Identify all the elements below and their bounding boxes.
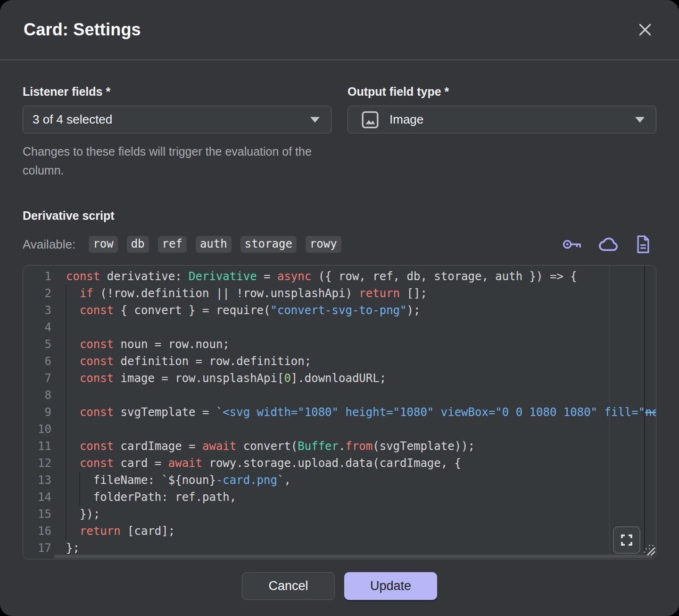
code-line: 10 — [23, 421, 656, 438]
key-icon — [562, 237, 582, 252]
available-chip-rowy: rowy — [306, 236, 341, 253]
code-editor[interactable]: 1const derivative: Derivative = async ({… — [23, 265, 656, 559]
code-line: 2 if (!row.definition || !row.unsplashAp… — [23, 285, 656, 302]
fullscreen-button[interactable] — [613, 526, 640, 554]
line-number: 2 — [23, 285, 51, 302]
line-number: 11 — [23, 438, 51, 455]
line-number: 1 — [23, 268, 51, 285]
line-number: 6 — [23, 353, 51, 370]
secrets-key-button[interactable] — [562, 237, 582, 252]
output-field-type-value: Image — [389, 112, 423, 127]
available-chips: rowdbrefauthstoragerowy — [89, 236, 341, 253]
line-number: 8 — [23, 387, 51, 404]
code-line: 6 const definition = row.definition; — [23, 353, 656, 370]
line-number: 10 — [23, 421, 51, 438]
code-line: 3 const { convert } = require("convert-s… — [23, 302, 656, 319]
line-number: 17 — [23, 540, 51, 557]
line-number: 15 — [23, 506, 51, 523]
dialog-header: Card: Settings — [0, 0, 679, 60]
cancel-button[interactable]: Cancel — [242, 572, 335, 600]
code-line: 13 fileName: `${noun}-card.png`, — [23, 472, 656, 489]
code-line: 7 const image = row.unsplashApi[0].downl… — [23, 370, 656, 387]
code-line: 9 const svgTemplate = `<svg width="1080"… — [23, 404, 656, 421]
line-number: 18 — [23, 557, 51, 559]
code-line: 15 }); — [23, 506, 656, 523]
available-chip-ref: ref — [158, 236, 187, 253]
line-number: 7 — [23, 370, 51, 387]
docs-button[interactable] — [636, 235, 651, 254]
update-button[interactable]: Update — [344, 572, 437, 600]
resize-grip[interactable] — [643, 543, 655, 558]
output-field-type-select[interactable]: Image — [348, 106, 656, 133]
code-line: 1const derivative: Derivative = async ({… — [23, 268, 656, 285]
line-number: 12 — [23, 455, 51, 472]
available-label: Available: — [23, 237, 75, 252]
code-line: 5 const noun = row.noun; — [23, 336, 656, 353]
close-icon — [638, 22, 653, 37]
code-line: 4 — [23, 319, 656, 336]
listener-fields-select[interactable]: 3 of 4 selected — [23, 106, 331, 133]
dropdown-caret-icon — [635, 117, 645, 123]
available-chip-auth: auth — [196, 236, 232, 253]
derivative-script-heading: Derivative script — [23, 209, 656, 223]
line-number: 16 — [23, 523, 51, 540]
script-toolbar — [562, 235, 656, 254]
available-chip-db: db — [127, 236, 149, 253]
code-line: 17}; — [23, 540, 656, 557]
dialog-title: Card: Settings — [24, 20, 141, 40]
output-field-type-group: Output field type * Image — [348, 85, 656, 180]
cloud-icon — [598, 236, 620, 252]
line-number: 3 — [23, 302, 51, 319]
code-line: 12 const card = await rowy.storage.uploa… — [23, 455, 656, 472]
available-chip-row: row — [89, 236, 117, 253]
fullscreen-icon — [620, 533, 633, 547]
code-line: 14 folderPath: ref.path, — [23, 489, 656, 506]
line-number: 4 — [23, 319, 51, 336]
listener-fields-helper: Changes to these fields will trigger the… — [23, 142, 329, 180]
cloud-button[interactable] — [598, 236, 620, 252]
output-field-type-label: Output field type * — [348, 85, 656, 99]
line-number: 5 — [23, 336, 51, 353]
listener-fields-label: Listener fields * — [23, 85, 331, 99]
scrollbar-track-divider — [644, 266, 645, 559]
line-number: 9 — [23, 404, 51, 421]
horizontal-scrollbar[interactable] — [54, 555, 652, 558]
line-number: 13 — [23, 472, 51, 489]
code-line: 8 — [23, 387, 656, 404]
available-chip-storage: storage — [240, 236, 297, 253]
line-number: 14 — [23, 489, 51, 506]
card-settings-dialog: Card: Settings Listener fields * 3 of 4 … — [0, 0, 679, 616]
listener-fields-group: Listener fields * 3 of 4 selected Change… — [23, 85, 331, 180]
available-row: Available: rowdbrefauthstoragerowy — [23, 235, 656, 254]
image-icon — [361, 111, 379, 129]
document-icon — [636, 235, 651, 254]
dropdown-caret-icon — [310, 117, 320, 123]
code-line: 16 return [card]; — [23, 523, 656, 540]
listener-fields-value: 3 of 4 selected — [33, 112, 112, 127]
dialog-footer: Cancel Update — [0, 572, 679, 600]
close-button[interactable] — [635, 19, 655, 40]
fields-row: Listener fields * 3 of 4 selected Change… — [0, 85, 679, 180]
code-line: 11 const cardImage = await convert(Buffe… — [23, 438, 656, 455]
code-lines: 1const derivative: Derivative = async ({… — [23, 268, 656, 559]
